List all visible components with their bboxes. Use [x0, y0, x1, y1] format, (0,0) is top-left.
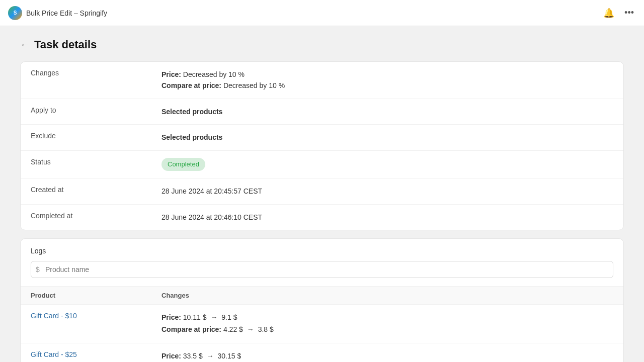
search-wrapper: $	[31, 261, 613, 278]
app-title: Bulk Price Edit – Springify	[26, 9, 107, 17]
task-details-card: Changes Price: Decreased by 10 % Compare…	[20, 61, 624, 230]
page-header: ← Task details	[20, 38, 624, 51]
logs-title: Logs	[31, 247, 613, 255]
apply-to-row: Apply to Selected products	[21, 99, 623, 125]
apply-to-value: Selected products	[162, 106, 222, 117]
changes-value: Price: Decreased by 10 % Compare at pric…	[162, 69, 285, 92]
exclude-value: Selected products	[162, 132, 222, 143]
completed-at-row: Completed at 28 June 2024 at 20:46:10 CE…	[21, 205, 623, 230]
product-changes-2: Price: 33.5 $ → 30.15 $ Compare at price…	[162, 350, 278, 362]
back-button[interactable]: ←	[20, 40, 29, 50]
bell-icon[interactable]: 🔔	[601, 6, 616, 21]
col-changes: Changes	[162, 292, 189, 299]
status-row: Status Completed	[21, 151, 623, 179]
search-dollar-icon: $	[36, 265, 40, 274]
topbar-left: S Bulk Price Edit – Springify	[8, 6, 107, 20]
created-at-label: Created at	[31, 186, 162, 194]
main-content: ← Task details Changes Price: Decreased …	[0, 26, 644, 362]
status-value: Completed	[162, 158, 205, 171]
menu-icon[interactable]: •••	[622, 6, 636, 20]
created-at-row: Created at 28 June 2024 at 20:45:57 CEST	[21, 178, 623, 204]
product-link-gift-card-25[interactable]: Gift Card - $25	[31, 350, 162, 358]
created-at-value: 28 June 2024 at 20:45:57 CEST	[162, 186, 262, 197]
status-badge: Completed	[162, 158, 205, 171]
table-row: Gift Card - $25 Price: 33.5 $ → 30.15 $ …	[21, 343, 623, 362]
col-product: Product	[31, 292, 162, 299]
app-icon: S	[8, 6, 22, 20]
logs-card: Logs $ Product Changes Gift Card - $10 P…	[20, 238, 624, 362]
page-title: Task details	[34, 38, 97, 51]
search-input[interactable]	[31, 261, 613, 278]
status-label: Status	[31, 158, 162, 166]
completed-at-label: Completed at	[31, 212, 162, 220]
completed-at-value: 28 June 2024 at 20:46:10 CEST	[162, 212, 262, 223]
topbar: S Bulk Price Edit – Springify 🔔 •••	[0, 0, 644, 26]
table-row: Gift Card - $10 Price: 10.11 $ → 9.1 $ C…	[21, 304, 623, 343]
logs-section: Logs $	[21, 239, 623, 278]
changes-label: Changes	[31, 69, 162, 77]
exclude-row: Exclude Selected products	[21, 125, 623, 150]
table-header: Product Changes	[21, 286, 623, 304]
topbar-right: 🔔 •••	[601, 6, 636, 21]
changes-row: Changes Price: Decreased by 10 % Compare…	[21, 62, 623, 99]
apply-to-label: Apply to	[31, 106, 162, 114]
product-link-gift-card-10[interactable]: Gift Card - $10	[31, 312, 162, 320]
exclude-label: Exclude	[31, 132, 162, 140]
product-changes-1: Price: 10.11 $ → 9.1 $ Compare at price:…	[162, 312, 274, 336]
